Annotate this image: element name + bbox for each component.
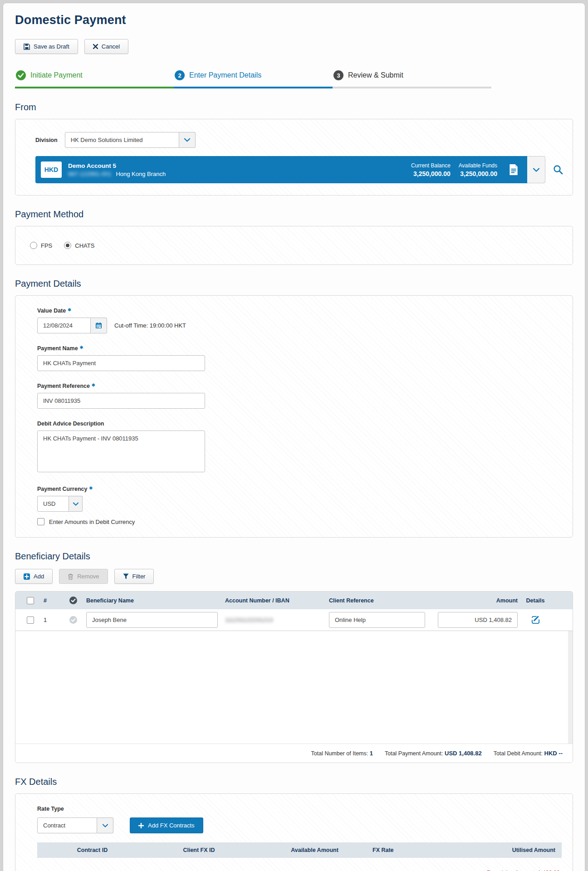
payment-reference-input[interactable] — [37, 393, 205, 409]
column-beneficiary-name: Beneficiary Name — [86, 597, 222, 604]
debit-advice-textarea[interactable] — [37, 431, 205, 472]
cutoff-time-text: Cut-off Time: 19:00:00 HKT — [114, 322, 186, 329]
value-date-picker[interactable] — [37, 318, 107, 333]
payment-method-panel: FPS CHATS — [15, 226, 573, 265]
beneficiary-name-input[interactable] — [86, 612, 218, 628]
payment-currency-value[interactable] — [37, 496, 69, 512]
save-as-draft-button[interactable]: Save as Draft — [15, 39, 78, 54]
fx-table-header: Contract ID Client FX ID Available Amoun… — [37, 842, 562, 858]
total-items-value: 1 — [370, 750, 373, 757]
account-search-icon[interactable] — [553, 164, 564, 175]
close-icon — [93, 44, 98, 49]
status-check-circle-icon — [60, 597, 86, 604]
cancel-label: Cancel — [102, 43, 120, 50]
fps-radio-label: FPS — [41, 242, 52, 249]
total-payment-value: USD 1,408.82 — [445, 750, 482, 757]
chats-radio-label: CHATS — [75, 242, 94, 249]
cancel-button[interactable]: Cancel — [84, 39, 128, 54]
column-client-fx-id: Client FX ID — [141, 847, 257, 853]
rate-type-label: Rate Type — [37, 806, 562, 812]
chats-radio[interactable] — [64, 242, 71, 249]
stepper: Initiate Payment 2 Enter Payment Details… — [15, 68, 491, 88]
account-name: Demo Account 5 — [68, 162, 411, 169]
from-panel: Division HKD Demo Account 5 987-122991-0… — [15, 119, 573, 196]
fx-details-heading: FX Details — [15, 777, 573, 787]
column-available-amount: Available Amount — [257, 847, 372, 853]
debit-advice-label: Debit Advice Description — [37, 421, 562, 427]
payment-currency-label: Payment Currency — [37, 486, 562, 492]
calendar-icon[interactable] — [91, 318, 107, 333]
beneficiary-account-number: 111231122231213 — [222, 617, 329, 623]
add-fx-contracts-button[interactable]: Add FX Contracts — [130, 817, 203, 833]
row-status-check-icon — [60, 616, 86, 624]
beneficiary-details-heading: Beneficiary Details — [15, 551, 573, 562]
save-icon — [24, 44, 30, 50]
account-expand-chevron-icon[interactable] — [527, 156, 545, 183]
row-index: 1 — [41, 617, 60, 623]
column-details: Details — [518, 597, 553, 604]
payment-details-panel: Value Date Cut-off Time: 19:00:00 HKT Pa… — [15, 295, 573, 538]
available-funds-value: 3,250,000.00 — [459, 170, 497, 177]
step-number-badge: 2 — [175, 70, 185, 80]
debit-currency-checkbox[interactable] — [37, 518, 44, 525]
fps-radio-option[interactable]: FPS — [30, 242, 52, 249]
column-account-number: Account Number / IBAN — [222, 597, 329, 604]
debit-currency-checkbox-row[interactable]: Enter Amounts in Debit Currency — [37, 518, 562, 525]
column-amount: Amount — [432, 597, 518, 604]
plus-icon — [138, 823, 144, 828]
account-number: 987-122991-001 — [68, 171, 111, 177]
fx-remaining-amount: Remaining Amount: 1,408.82 — [26, 858, 562, 871]
account-branch: Hong Kong Branch — [116, 171, 166, 177]
debit-currency-checkbox-label: Enter Amounts in Debit Currency — [49, 519, 135, 525]
payment-method-heading: Payment Method — [15, 209, 573, 220]
payment-name-label: Payment Name — [37, 345, 562, 352]
rate-type-value[interactable] — [37, 817, 97, 833]
chats-radio-option[interactable]: CHATS — [64, 242, 94, 249]
chevron-down-icon[interactable] — [69, 496, 83, 512]
row-select-checkbox[interactable] — [27, 617, 34, 624]
remove-button-label: Remove — [77, 573, 99, 580]
fx-details-panel: Rate Type Add FX Contracts — [15, 793, 573, 871]
chevron-down-icon[interactable] — [97, 817, 113, 833]
save-as-draft-label: Save as Draft — [34, 43, 69, 50]
rate-type-select[interactable] — [37, 817, 113, 833]
domestic-payment-page: Domestic Payment Save as Draft Cancel — [3, 3, 585, 871]
edit-details-icon[interactable] — [531, 616, 540, 624]
chevron-down-icon[interactable] — [179, 132, 196, 148]
column-fx-rate: FX Rate — [372, 847, 459, 853]
filter-button-label: Filter — [132, 573, 146, 580]
check-circle-icon — [16, 70, 26, 80]
beneficiary-totals: Total Number of Items: 1 Total Payment A… — [15, 744, 573, 763]
step-enter-payment-details[interactable]: 2 Enter Payment Details — [174, 68, 333, 88]
payment-currency-select[interactable] — [37, 496, 83, 512]
division-select-value[interactable] — [65, 132, 179, 148]
step-initiate-payment[interactable]: Initiate Payment — [15, 68, 174, 88]
trash-icon — [68, 573, 74, 580]
debit-account-card[interactable]: HKD Demo Account 5 987-122991-001 Hong K… — [35, 156, 527, 183]
amount-input[interactable] — [438, 612, 518, 628]
beneficiary-table-header: # Beneficiary Name Account Number / IBAN… — [15, 592, 573, 609]
step-label: Review & Submit — [348, 71, 403, 79]
add-button-label: Add — [34, 573, 44, 580]
select-all-checkbox[interactable] — [27, 597, 34, 604]
value-date-input[interactable] — [37, 318, 91, 333]
fps-radio[interactable] — [30, 242, 37, 249]
add-beneficiary-button[interactable]: Add — [15, 569, 53, 584]
available-funds-label: Available Funds — [459, 162, 497, 169]
payment-details-heading: Payment Details — [15, 279, 573, 289]
account-statement-icon[interactable] — [508, 164, 519, 176]
remove-beneficiary-button[interactable]: Remove — [59, 569, 108, 584]
beneficiary-table-empty-area — [15, 631, 573, 744]
column-contract-id: Contract ID — [44, 847, 141, 853]
client-reference-input[interactable] — [329, 612, 425, 628]
step-review-submit[interactable]: 3 Review & Submit — [333, 68, 491, 88]
division-select[interactable] — [65, 132, 196, 148]
page-title: Domestic Payment — [15, 13, 573, 27]
payment-name-input[interactable] — [37, 355, 205, 371]
current-balance-label: Current Balance — [411, 162, 451, 169]
beneficiary-table-row: 1 111231122231213 — [15, 609, 573, 631]
add-fx-contracts-label: Add FX Contracts — [148, 822, 195, 829]
plus-icon — [24, 573, 30, 580]
division-label: Division — [35, 137, 58, 143]
filter-button[interactable]: Filter — [114, 569, 154, 584]
